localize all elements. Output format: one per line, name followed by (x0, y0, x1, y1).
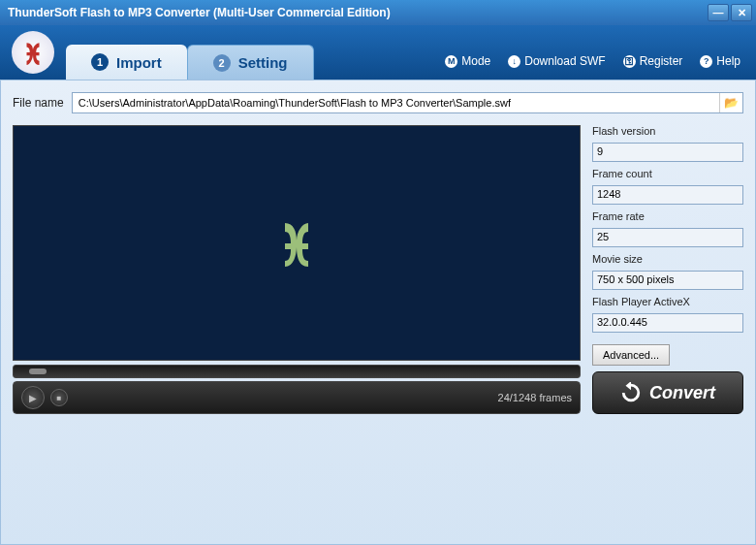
header: 1 Import 2 Setting MMode ↓Download SWF ⚿… (0, 25, 756, 80)
frame-counter: 24/1248 frames (498, 392, 572, 403)
convert-button[interactable]: Convert (592, 371, 743, 414)
flash-icon (20, 40, 46, 65)
window-title: ThunderSoft Flash to MP3 Converter (Mult… (8, 6, 708, 19)
frame-rate-label: Frame rate (592, 210, 743, 222)
frame-count-value: 1248 (592, 185, 743, 205)
help-icon: ? (700, 55, 712, 68)
file-name-label: File name (13, 96, 64, 110)
seek-bar[interactable] (13, 365, 581, 378)
activex-value: 32.0.0.445 (592, 313, 743, 333)
tab-number: 1 (91, 53, 109, 71)
tab-label: Import (116, 54, 162, 71)
tab-import[interactable]: 1 Import (66, 45, 187, 80)
movie-size-label: Movie size (592, 253, 743, 265)
tab-label: Setting (238, 54, 288, 71)
frame-count-label: Frame count (592, 168, 743, 179)
frame-rate-value: 25 (592, 228, 743, 247)
close-button[interactable]: ✕ (731, 4, 752, 21)
tab-number: 2 (213, 54, 231, 72)
register-link[interactable]: ⚿Register (623, 54, 683, 68)
mode-link[interactable]: MMode (445, 54, 490, 68)
help-link[interactable]: ?Help (700, 54, 740, 68)
flash-version-value: 9 (592, 143, 743, 162)
stop-button[interactable]: ■ (50, 389, 68, 406)
activex-label: Flash Player ActiveX (592, 296, 743, 307)
app-logo (12, 31, 54, 74)
play-button[interactable]: ▶ (21, 386, 45, 409)
mode-icon: M (445, 55, 457, 68)
tab-setting[interactable]: 2 Setting (187, 45, 314, 80)
minimize-button[interactable]: — (708, 4, 729, 21)
convert-icon (620, 382, 642, 403)
key-icon: ⚿ (623, 55, 636, 68)
browse-button[interactable]: 📂 (719, 93, 742, 112)
seek-thumb[interactable] (29, 369, 47, 374)
file-path-input[interactable] (73, 93, 719, 112)
flash-preview (13, 125, 581, 361)
folder-icon: 📂 (724, 96, 739, 110)
player-controls: ▶ ■ 24/1248 frames (13, 381, 581, 414)
flash-version-label: Flash version (592, 125, 743, 137)
flash-logo-icon (279, 220, 314, 267)
download-icon: ↓ (508, 55, 520, 68)
download-swf-link[interactable]: ↓Download SWF (508, 54, 605, 68)
movie-size-value: 750 x 500 pixels (592, 271, 743, 290)
body-panel: File name 📂 ▶ ■ 24/1248 frames Flash ver… (0, 80, 756, 545)
titlebar: ThunderSoft Flash to MP3 Converter (Mult… (0, 0, 756, 25)
advanced-button[interactable]: Advanced... (592, 344, 670, 366)
